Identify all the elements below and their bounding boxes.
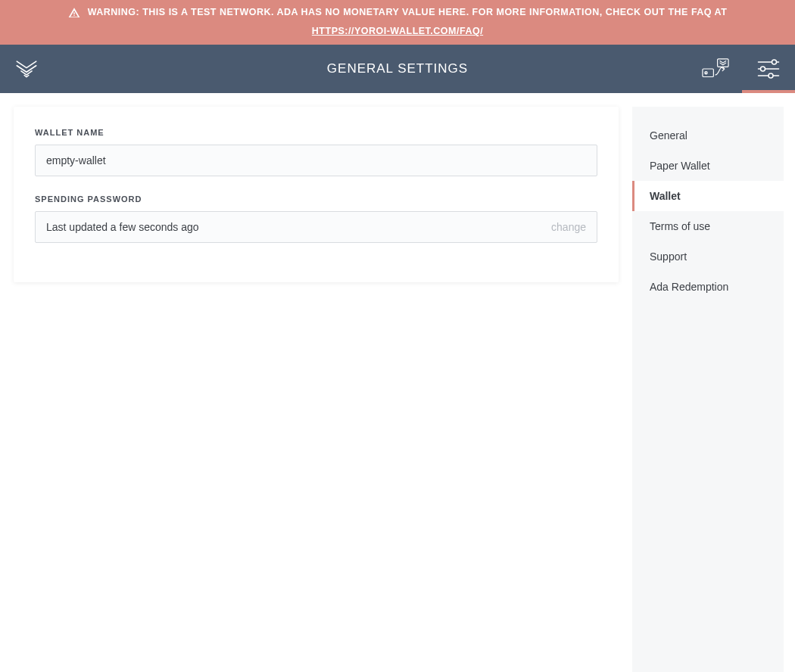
content-area: WALLET NAME SPENDING PASSWORD Last updat… [0, 93, 795, 672]
page-title: GENERAL SETTINGS [327, 61, 468, 76]
svg-point-8 [768, 73, 773, 78]
svg-point-6 [761, 67, 765, 71]
settings-sidebar: General Paper Wallet Wallet Terms of use… [632, 107, 784, 672]
spending-password-status: Last updated a few seconds ago [46, 221, 199, 233]
sidebar-item-ada-redemption[interactable]: Ada Redemption [632, 272, 784, 302]
sidebar-item-support[interactable]: Support [632, 241, 784, 272]
sidebar-item-label: Support [650, 250, 687, 263]
sidebar-item-general[interactable]: General [632, 120, 784, 151]
spending-password-label: SPENDING PASSWORD [35, 194, 597, 204]
spending-password-group: SPENDING PASSWORD Last updated a few sec… [35, 194, 597, 243]
sidebar-item-terms-of-use[interactable]: Terms of use [632, 211, 784, 241]
svg-rect-1 [703, 69, 713, 77]
sidebar-item-label: Ada Redemption [650, 281, 728, 293]
spending-password-field: Last updated a few seconds ago change [35, 211, 597, 243]
sidebar-item-label: Paper Wallet [650, 160, 710, 172]
warning-text: WARNING: THIS IS A TEST NETWORK. ADA HAS… [88, 5, 728, 20]
change-password-link[interactable]: change [551, 221, 586, 233]
settings-panel: WALLET NAME SPENDING PASSWORD Last updat… [14, 107, 619, 282]
wallets-nav-button[interactable] [689, 45, 742, 93]
wallet-name-group: WALLET NAME [35, 128, 597, 176]
sidebar-item-label: General [650, 129, 687, 142]
top-bar: GENERAL SETTINGS [0, 45, 795, 93]
sidebar-item-label: Wallet [650, 190, 681, 202]
warning-triangle-icon [68, 7, 80, 19]
settings-nav-button[interactable] [742, 45, 795, 93]
sidebar-item-paper-wallet[interactable]: Paper Wallet [632, 151, 784, 181]
sidebar-item-wallet[interactable]: Wallet [632, 181, 784, 211]
wallet-name-label: WALLET NAME [35, 128, 597, 137]
warning-faq-link[interactable]: HTTPS://YOROI-WALLET.COM/FAQ/ [312, 24, 483, 39]
svg-point-4 [772, 60, 777, 64]
wallet-name-input[interactable] [35, 145, 597, 176]
test-network-warning-banner: WARNING: THIS IS A TEST NETWORK. ADA HAS… [0, 0, 795, 45]
yoroi-logo-icon[interactable] [0, 45, 53, 93]
sidebar-item-label: Terms of use [650, 220, 710, 232]
